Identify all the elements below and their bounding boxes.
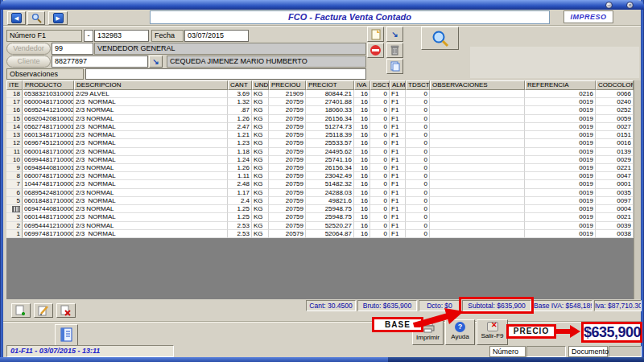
table-empty-area (6, 238, 634, 299)
numero-separator-field[interactable]: - (84, 30, 93, 42)
cell-tdscto: 0 (406, 98, 430, 106)
precio-annotation: PRECIO (506, 324, 556, 339)
cell-und: KG (252, 115, 269, 123)
cell-ite: 13 (6, 131, 23, 139)
cell-alm: F1 (390, 156, 406, 164)
vendedor-code-input[interactable]: 99 (52, 43, 93, 55)
cell-und: KG (252, 197, 269, 205)
table-row[interactable]: 180538321031000152/29 ALVEL3.69KG2190980… (6, 90, 634, 98)
cell-tdscto: 0 (406, 148, 430, 156)
row-pointer-icon (12, 206, 20, 212)
new-record-button[interactable] (367, 27, 384, 42)
table-row[interactable]: 90694844081000182/3 NORMAL1.26KG20759261… (6, 164, 634, 172)
cell-alm: F1 (390, 139, 406, 147)
cell-referencia: 0019 (525, 106, 596, 114)
table-row[interactable]: 30601448171000032/3 NORMAL1.25KG20759259… (6, 213, 634, 221)
table-row[interactable]: 170600048171000012/3 NORMAL1.32KG2075927… (6, 98, 634, 106)
search-button[interactable] (27, 11, 45, 25)
cell-descripcion: 2/3 NORMAL (74, 222, 228, 230)
table-row[interactable]: 50601848171000022/3 NORMAL2.4KG207594982… (6, 197, 634, 205)
cell-tdscto: 0 (406, 139, 430, 147)
paste-button[interactable]: ↘ (386, 27, 403, 42)
cell-preciot: 25118.39 (306, 131, 354, 139)
minimize-icon[interactable]: – (605, 2, 613, 9)
cliente-code-input[interactable]: 88277897 (52, 56, 148, 68)
table-row[interactable]: 0694744081000062/3 NORMAL1.25KG207592594… (6, 205, 634, 213)
table-row[interactable]: 60689542481000072/3 NORMAL1.17KG20759242… (6, 189, 634, 197)
close-icon[interactable]: × (626, 2, 634, 9)
cliente-button[interactable]: Cliente (6, 56, 51, 68)
cell-referencia: 0019 (525, 172, 596, 180)
cell-preciou: 20759 (269, 156, 306, 164)
col-header-ite: ITE (6, 80, 23, 90)
numero-doc-input[interactable] (526, 346, 566, 357)
delete-row-button[interactable] (56, 303, 76, 318)
cell-producto: 069674512100012 (23, 139, 74, 147)
cliente-lookup-button[interactable]: ↘ (149, 56, 163, 68)
documento-input[interactable] (609, 346, 642, 357)
cell-und: KG (252, 180, 269, 188)
cell-observaciones (430, 164, 525, 172)
table-row[interactable]: 100699448171000082/3 NORMAL1.24KG2075925… (6, 156, 634, 164)
vertical-scrollbar[interactable] (634, 80, 641, 299)
cell-tdscto: 0 (406, 172, 430, 180)
table-row[interactable]: 71044748171000012/3 NORMAL2.48KG20759514… (6, 180, 634, 188)
cell-dsct: 0 (370, 139, 390, 147)
col-header-observaciones: OBSERVACIONES (430, 80, 525, 90)
observaciones-input[interactable] (85, 68, 366, 80)
cell-ite: 5 (6, 197, 23, 205)
cancel-button[interactable] (367, 43, 384, 58)
delete-button[interactable] (386, 43, 403, 58)
cell-ite: 17 (6, 98, 23, 106)
cell-producto: 069484408100018 (23, 164, 74, 172)
cell-producto: 069974817100005 (23, 230, 74, 238)
col-header-dsct: DSCT (370, 80, 390, 90)
cell-codcolor: 0001 (596, 180, 634, 188)
col-header-alm: ALM (390, 80, 406, 90)
cell-codcolor: 0021 (596, 213, 634, 221)
cell-dsct: 0 (370, 98, 390, 106)
exit-button[interactable]: Salir-F9 (477, 319, 508, 345)
forward-button[interactable]: ▶ (48, 11, 68, 25)
cell-ite: 3 (6, 213, 23, 221)
vendedor-button[interactable]: Vendedor (6, 43, 51, 55)
fecha-input[interactable]: 03/07/2015 (184, 30, 249, 42)
cell-tdscto: 0 (406, 90, 430, 98)
back-button[interactable]: ◀ (7, 11, 26, 25)
page-title: FCO - Factura Venta Contado (150, 10, 550, 24)
cell-referencia: 0019 (525, 115, 596, 123)
window-border-bottom-dark (388, 357, 644, 362)
cell-iva: 16 (354, 123, 370, 131)
cell-alm: F1 (390, 222, 406, 230)
cell-observaciones (430, 172, 525, 180)
cell-cant: 1.26 (228, 115, 252, 123)
table-row[interactable]: 130601348171000212/3 NORMAL1.21KG2075925… (6, 131, 634, 139)
search-large-button[interactable] (421, 27, 459, 50)
add-row-button[interactable] (11, 303, 31, 318)
cell-cant: 2.4 (228, 197, 252, 205)
cell-preciou: 20759 (269, 139, 306, 147)
copy-button[interactable] (386, 59, 403, 74)
edit-row-button[interactable] (34, 303, 53, 318)
table-row[interactable]: 10699748171000052/3 NORMAL2.53KG20579520… (6, 230, 634, 238)
cell-tdscto: 0 (406, 131, 430, 139)
table-row[interactable]: 110600148171000062/3 NORMAL1.18KG2075924… (6, 148, 634, 156)
side-panel (470, 47, 639, 78)
col-header-codcolor: CODCOLOR (596, 80, 634, 90)
col-header-preciou: PRECIOU (269, 80, 306, 90)
numero-input[interactable]: 132983 (94, 30, 149, 42)
cell-ite: 12 (6, 139, 23, 147)
cell-descripcion: 2/3 NORMAL (74, 164, 228, 172)
table-row[interactable]: 150692042081000232/3 NORMAL1.26KG2075926… (6, 115, 634, 123)
table-row[interactable]: 120696745121000122/3 NORMAL1.23KG2075925… (6, 139, 634, 147)
cell-observaciones (430, 180, 525, 188)
table-row[interactable]: 160695244121000252/3 NORMAL.87KG20759180… (6, 106, 634, 114)
copy-icon (390, 61, 400, 72)
table-row[interactable]: 20695444121000122/3 NORMAL2.53KG20759525… (6, 222, 634, 230)
document-button[interactable] (55, 324, 78, 346)
cell-ite: 7 (6, 180, 23, 188)
cell-iva: 16 (354, 148, 370, 156)
table-row[interactable]: 140562748171000112/3 NORMAL2.47KG2075951… (6, 123, 634, 131)
cell-cant: 2.53 (228, 230, 252, 238)
table-row[interactable]: 80600748171000202/3 NORMAL1.11KG20759230… (6, 172, 634, 180)
